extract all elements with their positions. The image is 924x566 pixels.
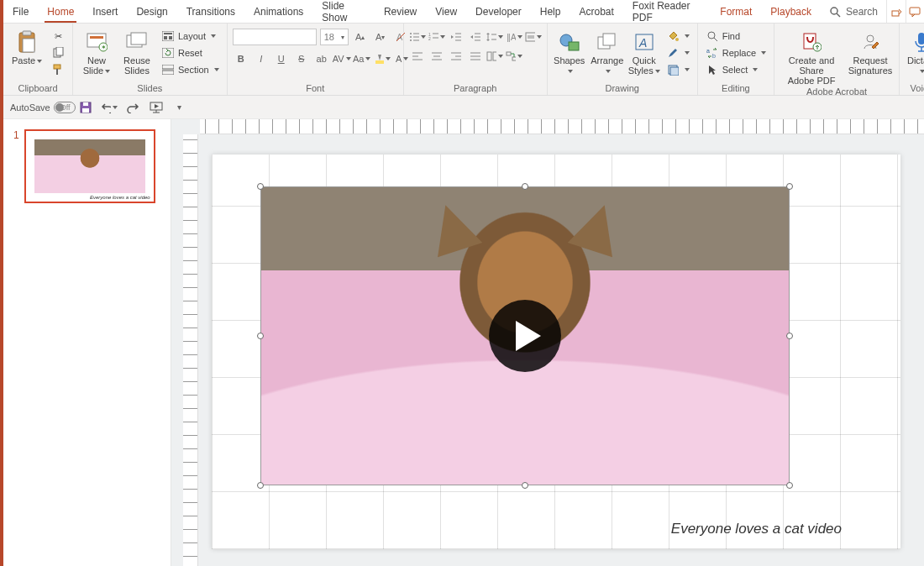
resize-handle[interactable] — [257, 183, 264, 190]
clipboard-icon — [15, 30, 39, 54]
share-button[interactable] — [886, 0, 905, 23]
tab-insert[interactable]: Insert — [83, 0, 127, 23]
play-button[interactable] — [489, 300, 561, 372]
replace-button[interactable]: abReplace — [703, 45, 769, 60]
tab-foxit[interactable]: Foxit Reader PDF — [623, 0, 711, 23]
resize-handle[interactable] — [257, 482, 264, 489]
tab-format[interactable]: Format — [711, 0, 761, 23]
svg-rect-5 — [23, 31, 31, 35]
quick-styles-button[interactable]: A Quick Styles — [628, 29, 660, 76]
convert-smartart-icon — [506, 51, 516, 61]
quick-styles-icon: A — [633, 30, 656, 54]
columns-button[interactable] — [486, 48, 503, 65]
tab-view[interactable]: View — [426, 0, 466, 23]
copy-icon — [51, 46, 65, 60]
line-spacing-button[interactable] — [486, 29, 503, 45]
caption-text[interactable]: Everyone loves a cat video — [671, 521, 842, 537]
tab-transitions[interactable]: Transitions — [177, 0, 244, 23]
shape-effects-button[interactable] — [664, 62, 692, 77]
align-left-button[interactable] — [409, 48, 426, 65]
shapes-button[interactable]: Shapes — [553, 29, 586, 76]
text-direction-button[interactable]: ‖A — [506, 29, 522, 45]
char-spacing-button[interactable]: AV — [333, 50, 350, 67]
tab-playback[interactable]: Playback — [761, 0, 821, 23]
align-right-button[interactable] — [448, 48, 465, 65]
redo-button[interactable] — [124, 99, 141, 116]
tab-design[interactable]: Design — [127, 0, 176, 23]
shape-outline-button[interactable] — [664, 45, 692, 60]
reset-button[interactable]: Reset — [159, 45, 222, 60]
smartart-button[interactable] — [506, 48, 522, 65]
slide-canvas[interactable]: Everyone loves a cat video — [212, 155, 900, 549]
video-object[interactable] — [260, 186, 790, 485]
justify-button[interactable] — [467, 48, 484, 65]
resize-handle[interactable] — [257, 333, 264, 339]
align-text-vert-button[interactable] — [525, 29, 542, 45]
tab-acrobat[interactable]: Acrobat — [570, 0, 622, 23]
change-case-button[interactable]: Aa — [354, 50, 370, 67]
align-center-button[interactable] — [428, 48, 445, 65]
undo-button[interactable] — [101, 99, 118, 116]
slide-thumbnail-1[interactable]: Everyone loves a cat video — [24, 129, 155, 203]
svg-point-81 — [867, 35, 874, 42]
comment-icon — [909, 6, 921, 18]
new-slide-button[interactable]: ✶ New Slide — [78, 29, 115, 76]
slide-thumbnails-panel[interactable]: 1 Everyone loves a cat video — [3, 119, 171, 566]
tab-review[interactable]: Review — [375, 0, 426, 23]
group-editing: Find abReplace Select Editing — [698, 24, 774, 95]
dictate-button[interactable]: Dictate — [905, 29, 924, 76]
arrange-button[interactable]: Arrange — [590, 29, 625, 76]
tab-home[interactable]: Home — [38, 0, 83, 23]
bold-button[interactable]: B — [233, 50, 249, 67]
resize-handle[interactable] — [786, 183, 793, 190]
shape-fill-button[interactable] — [664, 29, 692, 44]
reuse-slides-button[interactable]: Reuse Slides — [118, 29, 155, 76]
qat-customize-button[interactable]: ▾ — [171, 99, 188, 116]
highlight-button[interactable] — [374, 50, 391, 67]
resize-handle[interactable] — [786, 333, 793, 339]
decrease-font-button[interactable]: A▾ — [372, 29, 389, 45]
align-right-icon — [450, 51, 462, 61]
start-from-beginning-button[interactable] — [148, 99, 165, 116]
section-button[interactable]: Section — [159, 62, 222, 77]
font-size-combo[interactable]: 18▾ — [320, 29, 349, 45]
tab-developer[interactable]: Developer — [466, 0, 531, 23]
svg-line-76 — [714, 38, 717, 41]
columns-icon — [486, 51, 496, 61]
bullets-button[interactable] — [409, 29, 426, 45]
group-label-font: Font — [233, 82, 398, 95]
svg-rect-62 — [487, 52, 491, 60]
increase-font-button[interactable]: A▴ — [352, 29, 369, 45]
cut-button[interactable]: ✂ — [49, 29, 67, 44]
find-button[interactable]: Find — [703, 29, 769, 44]
tell-me-search[interactable]: Search — [821, 0, 886, 23]
numbering-button[interactable]: 12 — [428, 29, 445, 45]
layout-button[interactable]: Layout — [159, 29, 222, 44]
tab-file[interactable]: File — [3, 0, 38, 23]
tab-slideshow[interactable]: Slide Show — [312, 0, 375, 23]
format-painter-button[interactable] — [49, 62, 67, 77]
underline-button[interactable]: U — [273, 50, 290, 67]
tab-animations[interactable]: Animations — [244, 0, 312, 23]
comments-button[interactable] — [906, 0, 924, 23]
decrease-indent-button[interactable] — [448, 29, 465, 45]
svg-rect-3 — [910, 8, 920, 14]
paste-button[interactable]: Paste — [8, 29, 45, 66]
copy-button[interactable] — [49, 45, 67, 60]
tab-help[interactable]: Help — [531, 0, 570, 23]
request-signatures-button[interactable]: Request Signatures — [847, 29, 894, 76]
increase-indent-button[interactable] — [467, 29, 484, 45]
italic-button[interactable]: I — [253, 50, 270, 67]
resize-handle[interactable] — [522, 183, 528, 190]
shadow-button[interactable]: ab — [313, 50, 330, 67]
save-button[interactable] — [77, 99, 94, 116]
resize-handle[interactable] — [522, 482, 528, 489]
select-button[interactable]: Select — [703, 62, 769, 77]
create-pdf-button[interactable]: Create and Share Adobe PDF — [780, 29, 843, 86]
strikethrough-button[interactable]: S — [293, 50, 310, 67]
svg-point-75 — [708, 32, 715, 39]
autosave-toggle[interactable]: AutoSave Off — [10, 102, 71, 113]
resize-handle[interactable] — [786, 482, 793, 489]
font-family-combo[interactable] — [233, 29, 317, 45]
slide-editor[interactable]: Everyone loves a cat video — [171, 119, 924, 566]
